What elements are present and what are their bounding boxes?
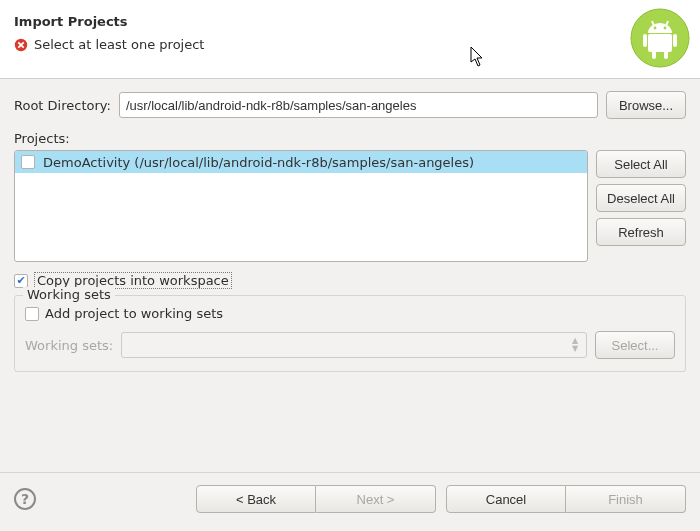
copy-projects-checkbox[interactable]: ✔ [14, 274, 28, 288]
svg-rect-9 [664, 50, 668, 59]
select-working-sets-button: Select... [595, 331, 675, 359]
working-sets-combo: ▲▼ [121, 332, 587, 358]
svg-rect-7 [673, 34, 677, 47]
svg-rect-8 [652, 50, 656, 59]
page-title: Import Projects [14, 14, 686, 29]
deselect-all-button[interactable]: Deselect All [596, 184, 686, 212]
working-sets-title: Working sets [23, 287, 115, 302]
help-icon[interactable]: ? [14, 488, 36, 510]
wizard-header: Import Projects Select at least one proj… [0, 0, 700, 78]
error-text: Select at least one project [34, 37, 204, 52]
working-sets-combo-label: Working sets: [25, 338, 113, 353]
svg-rect-5 [648, 34, 672, 52]
next-button: Next > [316, 485, 436, 513]
add-to-working-sets-checkbox[interactable] [25, 307, 39, 321]
combo-stepper-icon: ▲▼ [568, 335, 582, 355]
cancel-button[interactable]: Cancel [446, 485, 566, 513]
root-dir-field[interactable] [119, 92, 598, 118]
svg-point-12 [654, 27, 657, 30]
back-button[interactable]: < Back [196, 485, 316, 513]
project-checkbox[interactable] [21, 155, 35, 169]
error-icon [14, 38, 28, 52]
svg-rect-6 [643, 34, 647, 47]
refresh-button[interactable]: Refresh [596, 218, 686, 246]
browse-button[interactable]: Browse... [606, 91, 686, 119]
add-to-working-sets-label: Add project to working sets [45, 306, 223, 321]
list-item[interactable]: DemoActivity (/usr/local/lib/android-ndk… [15, 151, 587, 173]
svg-point-13 [664, 27, 667, 30]
android-icon [630, 8, 690, 68]
select-all-button[interactable]: Select All [596, 150, 686, 178]
projects-list[interactable]: DemoActivity (/usr/local/lib/android-ndk… [14, 150, 588, 262]
projects-label: Projects: [14, 131, 686, 146]
root-dir-label: Root Directory: [14, 98, 111, 113]
finish-button: Finish [566, 485, 686, 513]
working-sets-group: Working sets Add project to working sets… [14, 295, 686, 372]
project-label: DemoActivity (/usr/local/lib/android-ndk… [43, 155, 474, 170]
